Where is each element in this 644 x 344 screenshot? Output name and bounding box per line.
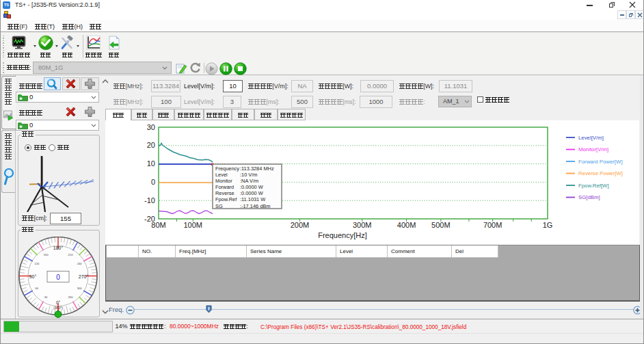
svg-text:Frequency: Frequency <box>215 166 239 172</box>
svg-text:20: 20 <box>147 141 155 149</box>
svg-text:500M: 500M <box>431 221 451 229</box>
svg-text:240: 240 <box>77 262 83 265</box>
svg-text:Monitor: Monitor <box>215 178 232 184</box>
svg-text:SG[dBm]: SG[dBm] <box>578 194 600 200</box>
svg-text:30: 30 <box>44 295 48 299</box>
svg-text:1G: 1G <box>543 221 553 229</box>
svg-text:80M: 80M <box>151 221 165 229</box>
svg-text:120: 120 <box>34 262 40 265</box>
svg-text:180°: 180° <box>53 246 64 250</box>
svg-text:Forward Power[W]: Forward Power[W] <box>578 159 623 165</box>
svg-text:210: 210 <box>68 253 74 256</box>
svg-text::-17.146 dBm: :-17.146 dBm <box>240 203 270 209</box>
svg-text:Fpow.Ref[W]: Fpow.Ref[W] <box>578 183 609 189</box>
svg-text:-10: -10 <box>144 196 155 204</box>
svg-text:60: 60 <box>35 287 38 290</box>
svg-text:0°: 0° <box>56 300 61 305</box>
svg-text:270°: 270° <box>79 274 89 279</box>
svg-text::NA V/m: :NA V/m <box>240 178 258 184</box>
svg-text:30: 30 <box>147 123 155 131</box>
svg-text:0: 0 <box>151 178 155 186</box>
svg-text::0.0000 W: :0.0000 W <box>240 190 263 196</box>
svg-text:300M: 300M <box>353 221 372 229</box>
svg-text:Frequency[Hz]: Frequency[Hz] <box>318 231 367 239</box>
svg-text:90°: 90° <box>29 274 37 279</box>
svg-text:SG: SG <box>215 203 223 209</box>
svg-text:10: 10 <box>147 159 155 168</box>
svg-text:Monitor[V/m]: Monitor[V/m] <box>578 146 608 153</box>
svg-text:Level: Level <box>215 172 228 178</box>
svg-text:Fpow.Ref: Fpow.Ref <box>215 196 237 202</box>
svg-text:200M: 200M <box>291 221 310 229</box>
svg-text:Forward: Forward <box>215 184 234 190</box>
svg-text:150: 150 <box>44 253 49 256</box>
svg-text::10 V/m: :10 V/m <box>240 172 257 178</box>
svg-text::113.3284 MHz: :113.3284 MHz <box>240 166 274 172</box>
svg-text:Reverse: Reverse <box>215 190 234 196</box>
svg-text:Level[V/m]: Level[V/m] <box>578 135 604 141</box>
svg-text:400M: 400M <box>397 221 416 229</box>
svg-text:700M: 700M <box>483 221 502 229</box>
svg-text::0.0000 W: :0.0000 W <box>240 184 263 190</box>
svg-text:330: 330 <box>68 295 74 299</box>
svg-text::11.1031 W: :11.1031 W <box>240 196 265 202</box>
svg-text:100M: 100M <box>184 221 203 229</box>
svg-text:Reverse Power[W]: Reverse Power[W] <box>578 170 623 176</box>
svg-text:0: 0 <box>56 274 60 281</box>
svg-text:300: 300 <box>77 287 83 290</box>
